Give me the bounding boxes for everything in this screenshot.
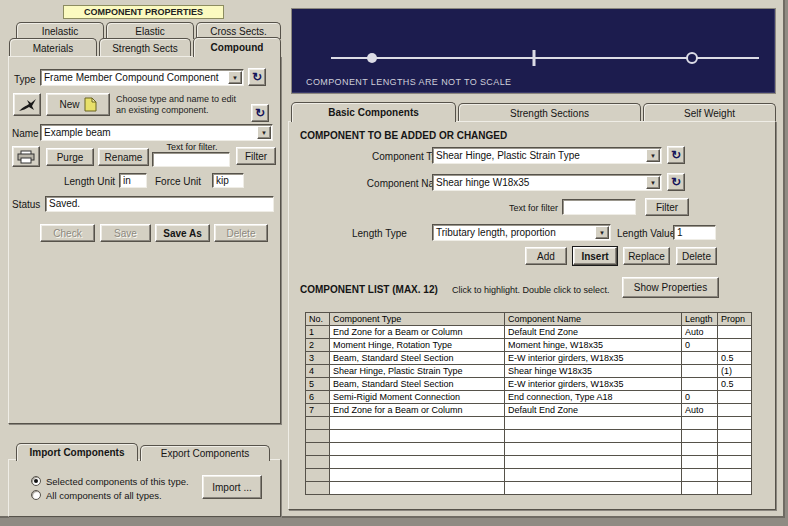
table-cell[interactable]: Semi-Rigid Moment Connection — [330, 391, 505, 404]
insert-button[interactable]: Insert — [573, 247, 617, 265]
tab-strength-sects[interactable]: Strength Sects — [99, 38, 191, 57]
length-type-dropdown[interactable]: Tributary length, proportion ▼ — [432, 224, 611, 241]
table-cell[interactable] — [306, 443, 330, 456]
component-type-dropdown[interactable]: Shear Hinge, Plastic Strain Type ▼ — [432, 147, 662, 164]
table-cell[interactable] — [682, 430, 718, 443]
table-cell[interactable]: Default End Zone — [505, 326, 682, 339]
table-cell[interactable]: 0.5 — [718, 378, 752, 391]
table-cell[interactable] — [306, 456, 330, 469]
table-cell[interactable] — [306, 482, 330, 495]
table-cell[interactable]: 6 — [306, 391, 330, 404]
tab-basic-components[interactable]: Basic Components — [291, 102, 456, 122]
print-button[interactable] — [12, 146, 40, 167]
table-cell[interactable] — [718, 404, 752, 417]
check-button[interactable]: Check — [40, 224, 95, 242]
table-cell[interactable]: 2 — [306, 339, 330, 352]
table-cell[interactable] — [330, 430, 505, 443]
table-cell[interactable] — [718, 339, 752, 352]
table-cell[interactable]: 1 — [306, 326, 330, 339]
show-properties-button[interactable]: Show Properties — [622, 277, 719, 298]
length-value-input[interactable] — [673, 225, 716, 240]
table-cell[interactable] — [718, 482, 752, 495]
table-cell[interactable] — [330, 482, 505, 495]
table-cell[interactable] — [306, 430, 330, 443]
chevron-down-icon[interactable]: ▼ — [646, 149, 660, 162]
table-row[interactable]: 4Shear Hinge, Plastic Strain TypeShear h… — [306, 365, 752, 378]
table-cell[interactable] — [682, 469, 718, 482]
table-row[interactable]: 1End Zone for a Beam or ColumnDefault En… — [306, 326, 752, 339]
refresh-component-name-button[interactable]: ↻ — [667, 173, 685, 191]
tab-strength-sections[interactable]: Strength Sections — [458, 103, 641, 122]
table-row[interactable] — [306, 430, 752, 443]
force-unit-input[interactable] — [212, 173, 244, 188]
table-row[interactable]: 3Beam, Standard Steel SectionE-W interio… — [306, 352, 752, 365]
table-cell[interactable]: 0.5 — [718, 352, 752, 365]
rename-button[interactable]: Rename — [98, 148, 149, 166]
import-button[interactable]: Import ... — [202, 475, 262, 499]
table-row[interactable] — [306, 417, 752, 430]
filter-text-input-right[interactable] — [562, 199, 636, 215]
table-cell[interactable]: Shear Hinge, Plastic Strain Type — [330, 365, 505, 378]
table-row[interactable] — [306, 443, 752, 456]
new-button[interactable]: New — [46, 93, 110, 116]
table-cell[interactable]: 4 — [306, 365, 330, 378]
table-cell[interactable]: Auto — [682, 404, 718, 417]
table-cell[interactable]: 0 — [682, 391, 718, 404]
table-cell[interactable] — [718, 417, 752, 430]
table-cell[interactable] — [682, 352, 718, 365]
table-cell[interactable] — [682, 378, 718, 391]
table-cell[interactable]: 7 — [306, 404, 330, 417]
chevron-down-icon[interactable]: ▼ — [228, 71, 242, 84]
table-cell[interactable]: (1) — [718, 365, 752, 378]
table-cell[interactable] — [718, 326, 752, 339]
radio-all-components[interactable] — [31, 490, 41, 500]
purge-button[interactable]: Purge — [46, 148, 94, 166]
replace-button[interactable]: Replace — [623, 247, 670, 265]
filter-text-input[interactable] — [152, 152, 230, 167]
table-cell[interactable] — [682, 443, 718, 456]
table-cell[interactable]: Beam, Standard Steel Section — [330, 352, 505, 365]
table-cell[interactable] — [682, 417, 718, 430]
save-button[interactable]: Save — [100, 224, 151, 242]
table-cell[interactable]: Moment hinge, W18x35 — [505, 339, 682, 352]
type-dropdown[interactable]: Frame Member Compound Component ▼ — [40, 69, 244, 86]
table-cell[interactable] — [718, 430, 752, 443]
table-cell[interactable] — [330, 469, 505, 482]
table-cell[interactable] — [505, 443, 682, 456]
save-as-button[interactable]: Save As — [155, 224, 210, 242]
table-cell[interactable] — [306, 469, 330, 482]
table-cell[interactable] — [718, 391, 752, 404]
table-cell[interactable]: 0 — [682, 339, 718, 352]
radio-selected-components[interactable] — [31, 476, 41, 486]
table-cell[interactable] — [682, 482, 718, 495]
table-row[interactable]: 5Beam, Standard Steel SectionE-W interio… — [306, 378, 752, 391]
add-button[interactable]: Add — [525, 247, 567, 265]
table-cell[interactable] — [505, 482, 682, 495]
table-cell[interactable]: Default End Zone — [505, 404, 682, 417]
filter-button-right[interactable]: Filter — [645, 198, 689, 216]
tab-export-components[interactable]: Export Components — [140, 445, 270, 461]
filter-button[interactable]: Filter — [236, 147, 276, 165]
table-cell[interactable]: 3 — [306, 352, 330, 365]
table-cell[interactable] — [330, 417, 505, 430]
table-cell[interactable]: Shear hinge W18x35 — [505, 365, 682, 378]
table-cell[interactable] — [682, 456, 718, 469]
table-row[interactable] — [306, 482, 752, 495]
table-cell[interactable] — [505, 417, 682, 430]
component-name-dropdown[interactable]: Shear hinge W18x35 ▼ — [432, 174, 662, 191]
table-cell[interactable] — [306, 417, 330, 430]
table-row[interactable] — [306, 456, 752, 469]
table-cell[interactable] — [718, 469, 752, 482]
tab-elastic[interactable]: Elastic — [106, 22, 194, 39]
refresh-type-button[interactable]: ↻ — [248, 68, 266, 86]
component-list-table[interactable]: No. Component Type Component Name Length… — [305, 312, 752, 495]
refresh-name-button[interactable]: ↻ — [251, 104, 269, 122]
table-cell[interactable]: E-W interior girders, W18x35 — [505, 352, 682, 365]
chevron-down-icon[interactable]: ▼ — [257, 126, 271, 139]
plot-tool-button[interactable] — [13, 93, 41, 116]
table-cell[interactable] — [505, 456, 682, 469]
table-cell[interactable]: End connection, Type A18 — [505, 391, 682, 404]
tab-compound[interactable]: Compound — [193, 37, 281, 57]
table-cell[interactable] — [718, 456, 752, 469]
table-cell[interactable]: Auto — [682, 326, 718, 339]
